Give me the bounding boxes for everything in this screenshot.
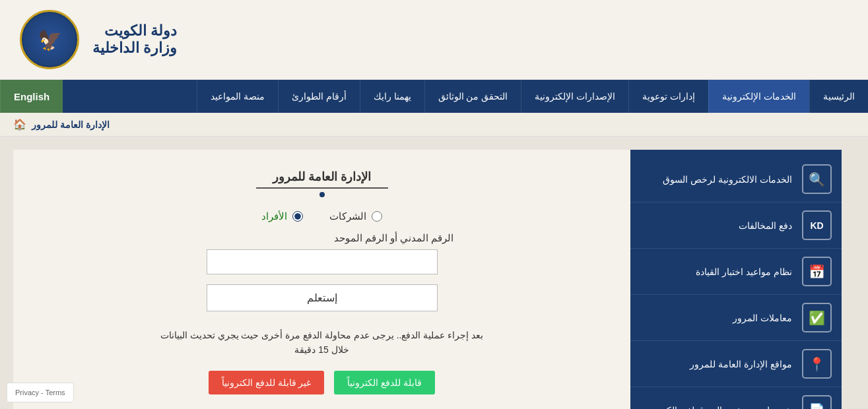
sidebar-item-driving-test[interactable]: 📅 نظام مواعيد اختبار القيادة: [630, 249, 842, 295]
not-eligible-payment-button[interactable]: غير قابلة للدفع الكترونياً: [209, 371, 325, 394]
title-dot: [319, 192, 325, 197]
nav-eservices[interactable]: الخدمات الإلكترونية: [708, 80, 809, 113]
action-buttons: قابلة للدفع الكترونياً غير قابلة للدفع ا…: [209, 371, 435, 394]
radio-individuals-text: الأفراد: [261, 210, 287, 222]
title-underline: [256, 187, 388, 189]
radio-companies-label[interactable]: الشركات: [329, 210, 382, 222]
radio-companies-input[interactable]: [372, 211, 382, 222]
locations-icon: 📍: [802, 349, 832, 379]
nav-awareness[interactable]: إدارات توعوية: [628, 80, 708, 113]
header-title: دولة الكويت وزارة الداخلية: [92, 22, 177, 57]
sidebar-item-market-licenses[interactable]: 🔍 الخدمات الالكترونية لرخص السوق: [630, 156, 842, 203]
logo: [20, 10, 79, 69]
breadcrumb: الإدارة العامة للمرور 🏠: [0, 113, 868, 137]
driving-test-icon: 📅: [802, 257, 832, 286]
sidebar-item-locations[interactable]: 📍 مواقع الإدارة العامة للمرور: [630, 341, 842, 387]
nav-english[interactable]: English: [0, 80, 63, 113]
sidebar-label-locations: مواقع الإدارة العامة للمرور: [640, 359, 792, 369]
nav-emergency[interactable]: أرقام الطوارئ: [278, 80, 360, 113]
radio-companies-text: الشركات: [329, 210, 366, 222]
nav-appointments[interactable]: منصة المواعيد: [197, 80, 278, 113]
logo-inner: [23, 13, 76, 66]
nav-home[interactable]: الرئيسية: [809, 80, 868, 113]
main-content: 🔍 الخدمات الالكترونية لرخص السوق KD دفع …: [0, 137, 868, 409]
non-kuwaiti-icon: 📄: [802, 395, 832, 409]
market-licenses-icon: 🔍: [802, 164, 832, 194]
navbar: English منصة المواعيد أرقام الطوارئ يهمن…: [0, 80, 868, 113]
sidebar-label-traffic-transactions: معاملات المرور: [640, 313, 792, 323]
header-title-line1: دولة الكويت: [92, 22, 177, 40]
header: دولة الكويت وزارة الداخلية: [0, 0, 868, 80]
radio-individuals-input[interactable]: [292, 211, 303, 222]
section-title: الإدارة العامة للمرور: [273, 170, 371, 184]
form-area: الإدارة العامة للمرور الشركات الأفراد ال…: [13, 150, 630, 409]
civil-number-input[interactable]: [207, 249, 438, 274]
home-icon: 🏠: [13, 118, 26, 131]
header-title-line2: وزارة الداخلية: [92, 40, 177, 57]
sidebar-item-traffic-transactions[interactable]: ✅ معاملات المرور: [630, 295, 842, 341]
nav-publications[interactable]: الإصدارات الإلكترونية: [521, 80, 628, 113]
sidebar-label-pay-fines: دفع المخالفات: [640, 220, 792, 231]
sidebar-label-non-kuwaiti: شروط منح رخص السوق لغير الكويتيين: [640, 405, 792, 410]
sidebar-item-pay-fines[interactable]: KD دفع المخالفات: [630, 203, 842, 249]
recaptcha-text: Privacy - Terms: [15, 389, 65, 396]
sidebar-item-non-kuwaiti[interactable]: 📄 شروط منح رخص السوق لغير الكويتيين: [630, 387, 842, 409]
sidebar: 🔍 الخدمات الالكترونية لرخص السوق KD دفع …: [630, 150, 842, 409]
radio-individuals-label[interactable]: الأفراد: [261, 210, 303, 222]
pay-fines-icon: KD: [802, 210, 832, 240]
input-label: الرقم المدني أو الرقم الموحد: [190, 232, 454, 244]
nav-verify[interactable]: التحقق من الوثائق: [424, 80, 521, 113]
recaptcha: Privacy - Terms: [7, 383, 74, 402]
breadcrumb-text[interactable]: الإدارة العامة للمرور: [32, 119, 110, 130]
nav-feedback[interactable]: يهمنا رايك: [360, 80, 424, 113]
info-text: بعد إجراء عملية الدفع.. يرجى عدم محاولة …: [157, 328, 487, 358]
submit-button[interactable]: إستعلم: [207, 284, 438, 311]
sidebar-label-market-licenses: الخدمات الالكترونية لرخص السوق: [640, 174, 792, 185]
radio-group: الشركات الأفراد: [261, 210, 382, 222]
traffic-transactions-icon: ✅: [802, 303, 832, 332]
eligible-payment-button[interactable]: قابلة للدفع الكترونياً: [334, 371, 435, 394]
sidebar-label-driving-test: نظام مواعيد اختبار القيادة: [640, 267, 792, 277]
